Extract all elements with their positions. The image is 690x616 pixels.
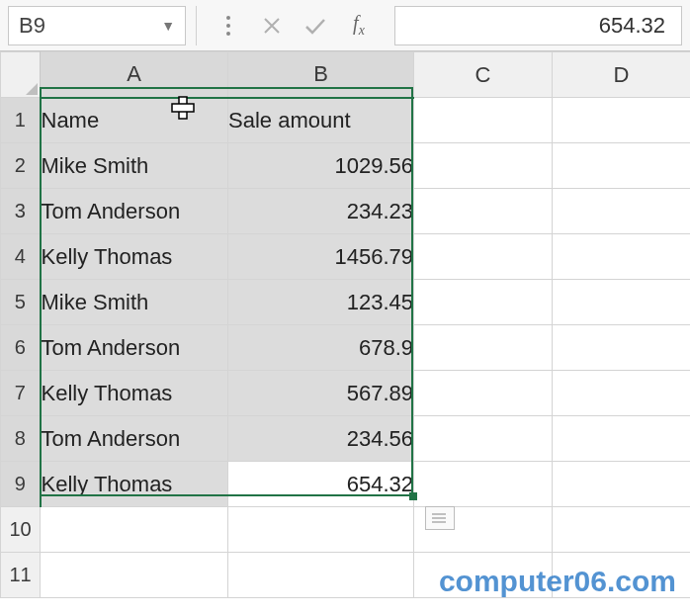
cell-C7[interactable] xyxy=(414,371,553,416)
formula-bar: B9 ▼ fx 654.32 xyxy=(0,0,690,51)
cell-B4[interactable]: 1456.79 xyxy=(228,234,414,280)
cell-D10[interactable] xyxy=(553,507,691,553)
column-header-C[interactable]: C xyxy=(414,52,553,98)
column-header-B[interactable]: B xyxy=(228,52,414,98)
separator xyxy=(196,6,197,45)
row-header-5[interactable]: 5 xyxy=(1,280,41,325)
cell-B3[interactable]: 234.23 xyxy=(228,189,414,234)
cell-A6[interactable]: Tom Anderson xyxy=(41,325,228,371)
cell-B8[interactable]: 234.56 xyxy=(228,416,414,462)
cell-C10[interactable] xyxy=(414,507,553,553)
cell-D4[interactable] xyxy=(553,234,691,280)
spreadsheet-grid[interactable]: A B C D 1 Name Sale amount 2 Mike Smith … xyxy=(0,51,690,598)
cell-A10[interactable] xyxy=(41,507,228,553)
row-header-11[interactable]: 11 xyxy=(1,553,41,598)
cell-D9[interactable] xyxy=(553,462,691,507)
cell-C4[interactable] xyxy=(414,234,553,280)
watermark-text: computer06.com xyxy=(439,565,676,598)
cell-C2[interactable] xyxy=(414,143,553,189)
cell-D3[interactable] xyxy=(553,189,691,234)
cell-C9[interactable] xyxy=(414,462,553,507)
cell-B2[interactable]: 1029.56 xyxy=(228,143,414,189)
cell-D5[interactable] xyxy=(553,280,691,325)
cell-D6[interactable] xyxy=(553,325,691,371)
column-header-D[interactable]: D xyxy=(553,52,691,98)
formula-input-value: 654.32 xyxy=(599,13,665,39)
row-header-1[interactable]: 1 xyxy=(1,98,41,143)
row-header-6[interactable]: 6 xyxy=(1,325,41,371)
cell-A2[interactable]: Mike Smith xyxy=(41,143,228,189)
table-row: 3 Tom Anderson 234.23 xyxy=(1,189,691,234)
cell-A5[interactable]: Mike Smith xyxy=(41,280,228,325)
cell-C5[interactable] xyxy=(414,280,553,325)
cell-B1[interactable]: Sale amount xyxy=(228,98,414,143)
table-row: 7 Kelly Thomas 567.89 xyxy=(1,371,691,416)
row-header-2[interactable]: 2 xyxy=(1,143,41,189)
formula-input[interactable]: 654.32 xyxy=(394,6,682,45)
cell-B9[interactable]: 654.32 xyxy=(228,462,414,507)
cell-C8[interactable] xyxy=(414,416,553,462)
row-header-3[interactable]: 3 xyxy=(1,189,41,234)
table-row: 6 Tom Anderson 678.9 xyxy=(1,325,691,371)
table-row: 10 xyxy=(1,507,691,553)
table-row: 8 Tom Anderson 234.56 xyxy=(1,416,691,462)
svg-point-0 xyxy=(226,16,230,20)
cell-B5[interactable]: 123.45 xyxy=(228,280,414,325)
cell-D8[interactable] xyxy=(553,416,691,462)
cell-A9[interactable]: Kelly Thomas xyxy=(41,462,228,507)
fx-icon[interactable]: fx xyxy=(337,6,381,45)
cell-A11[interactable] xyxy=(41,553,228,598)
column-header-A[interactable]: A xyxy=(41,52,228,98)
table-row: 9 Kelly Thomas 654.32 xyxy=(1,462,691,507)
cell-A7[interactable]: Kelly Thomas xyxy=(41,371,228,416)
cell-C3[interactable] xyxy=(414,189,553,234)
cell-B7[interactable]: 567.89 xyxy=(228,371,414,416)
enter-icon[interactable] xyxy=(294,6,337,45)
cell-A4[interactable]: Kelly Thomas xyxy=(41,234,228,280)
row-header-8[interactable]: 8 xyxy=(1,416,41,462)
name-box-value: B9 xyxy=(19,13,45,39)
cell-A1[interactable]: Name xyxy=(41,98,228,143)
cell-A8[interactable]: Tom Anderson xyxy=(41,416,228,462)
name-box[interactable]: B9 ▼ xyxy=(8,6,186,45)
table-row: 4 Kelly Thomas 1456.79 xyxy=(1,234,691,280)
row-header-10[interactable]: 10 xyxy=(1,507,41,553)
cell-D7[interactable] xyxy=(553,371,691,416)
table-row: 1 Name Sale amount xyxy=(1,98,691,143)
name-box-dropdown-icon[interactable]: ▼ xyxy=(161,18,175,34)
row-header-4[interactable]: 4 xyxy=(1,234,41,280)
worksheet[interactable]: A B C D 1 Name Sale amount 2 Mike Smith … xyxy=(0,51,690,598)
svg-point-1 xyxy=(226,24,230,28)
cell-D2[interactable] xyxy=(553,143,691,189)
row-header-9[interactable]: 9 xyxy=(1,462,41,507)
cancel-icon[interactable] xyxy=(250,6,294,45)
cell-D1[interactable] xyxy=(553,98,691,143)
table-row: 5 Mike Smith 123.45 xyxy=(1,280,691,325)
column-header-row: A B C D xyxy=(1,52,691,98)
cell-B10[interactable] xyxy=(228,507,414,553)
cell-C1[interactable] xyxy=(414,98,553,143)
svg-point-2 xyxy=(226,32,230,36)
row-header-7[interactable]: 7 xyxy=(1,371,41,416)
more-icon[interactable] xyxy=(207,6,250,45)
cell-A3[interactable]: Tom Anderson xyxy=(41,189,228,234)
table-row: 2 Mike Smith 1029.56 xyxy=(1,143,691,189)
select-all-corner[interactable] xyxy=(1,52,41,98)
cell-B6[interactable]: 678.9 xyxy=(228,325,414,371)
cell-C6[interactable] xyxy=(414,325,553,371)
cell-B11[interactable] xyxy=(228,553,414,598)
